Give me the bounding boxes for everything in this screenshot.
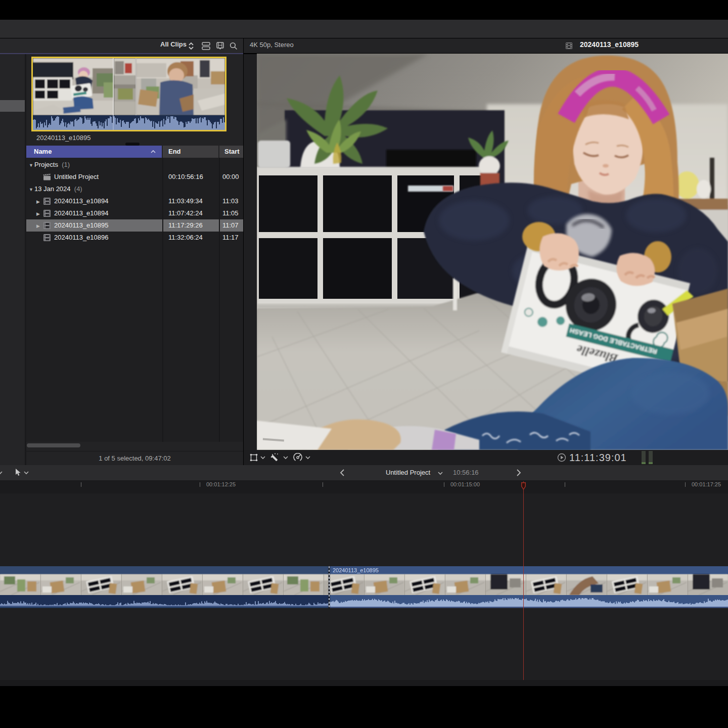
svg-text:20240113_e10895: 20240113_e10895 xyxy=(333,567,379,573)
